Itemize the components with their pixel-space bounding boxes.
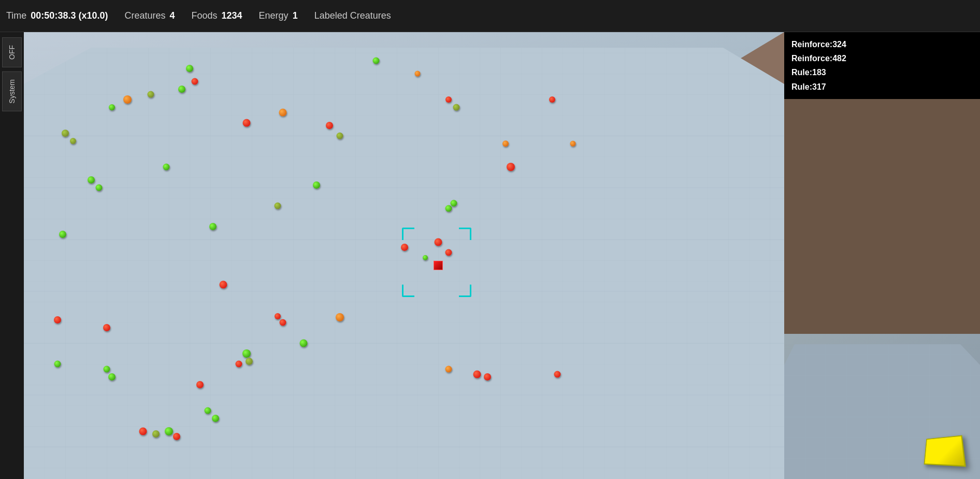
foods-value: 1234 bbox=[222, 10, 242, 21]
creature-entry-4[interactable]: Rule:317 bbox=[791, 80, 973, 94]
labeled-creatures-label: Labeled Creatures bbox=[314, 10, 391, 21]
minimap[interactable] bbox=[784, 334, 980, 479]
energy-value: 1 bbox=[293, 10, 298, 21]
header-bar: Time 00:50:38.3 (x10.0) Creatures 4 Food… bbox=[0, 0, 980, 32]
game-viewport[interactable] bbox=[24, 32, 784, 479]
creatures-label: Creatures bbox=[124, 10, 165, 21]
creature-entry-1[interactable]: Reinforce:324 bbox=[791, 37, 973, 51]
creature-entry-2[interactable]: Reinforce:482 bbox=[791, 51, 973, 65]
system-button[interactable]: System bbox=[2, 72, 22, 111]
time-value: 00:50:38.3 (x10.0) bbox=[31, 10, 108, 21]
creatures-value: 4 bbox=[169, 10, 175, 21]
side-panel: OFF System bbox=[0, 32, 24, 479]
minimap-surface bbox=[784, 334, 980, 479]
energy-label: Energy bbox=[259, 10, 289, 21]
foods-label: Foods bbox=[192, 10, 218, 21]
minimap-selected-cube bbox=[924, 435, 966, 467]
creature-entry-3[interactable]: Rule:183 bbox=[791, 65, 973, 79]
right-panel: Reinforce:324 Reinforce:482 Rule:183 Rul… bbox=[784, 32, 980, 479]
selection-indicator bbox=[24, 32, 784, 479]
off-button[interactable]: OFF bbox=[2, 37, 22, 67]
labeled-creatures-panel: Reinforce:324 Reinforce:482 Rule:183 Rul… bbox=[784, 32, 980, 99]
time-label: Time bbox=[6, 10, 26, 21]
